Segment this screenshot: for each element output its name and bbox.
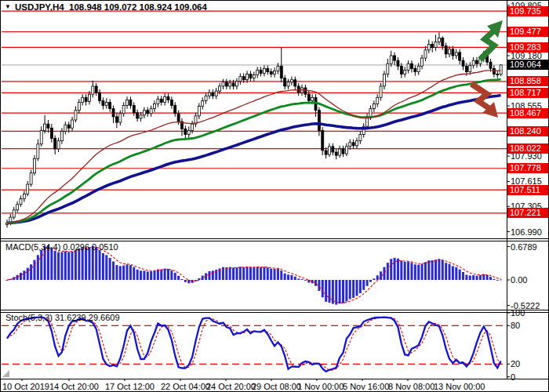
panel-separator[interactable] [1, 310, 549, 310]
macd-histogram-bar [274, 269, 276, 280]
candlestick [219, 86, 221, 91]
candlestick [92, 86, 94, 94]
macd-histogram-bar [417, 265, 420, 280]
candlestick [438, 38, 440, 42]
panel-separator[interactable] [1, 238, 549, 239]
macd-histogram-bar [427, 260, 430, 280]
candlestick [400, 66, 402, 74]
macd-histogram-bar [27, 268, 29, 280]
macd-histogram-bar [438, 259, 440, 280]
candlestick [267, 68, 269, 71]
time-tick-label: 1 Nov 00:00 [297, 382, 344, 391]
candlestick [205, 96, 207, 100]
macd-histogram-bar [462, 272, 464, 280]
macd-histogram-bar [369, 280, 372, 282]
macd-histogram-bar [260, 267, 262, 280]
macd-histogram-bar [390, 259, 392, 280]
candlestick [489, 62, 492, 68]
macd-histogram-bar [500, 280, 502, 281]
candlestick [349, 143, 351, 147]
candlestick [476, 60, 478, 64]
price-tick-label: 106.990 [511, 227, 542, 237]
candlestick [170, 100, 173, 105]
macd-histogram-bar [147, 271, 149, 280]
candlestick [427, 45, 430, 50]
candlestick [177, 114, 180, 122]
candlestick [222, 82, 224, 86]
candlestick [417, 66, 420, 71]
macd-histogram-bar [122, 266, 125, 280]
macd-histogram-bar [376, 275, 379, 280]
candlestick [335, 152, 337, 155]
candlestick [500, 65, 502, 74]
macd-histogram-bar [373, 278, 375, 280]
candlestick [307, 94, 310, 100]
candlestick [493, 68, 495, 74]
candlestick [496, 74, 499, 75]
macd-histogram-bar [452, 266, 454, 280]
macd-histogram-bar [64, 252, 67, 280]
macd-histogram-bar [349, 280, 351, 299]
candlestick [311, 97, 314, 100]
candlestick [294, 80, 296, 86]
macd-histogram-bar [249, 267, 252, 280]
macd-histogram-bar [229, 267, 231, 280]
candlestick [75, 111, 77, 120]
level-price-label: 109.735 [507, 6, 548, 16]
candlestick [122, 106, 125, 114]
up-trend-arrow-icon[interactable] [480, 29, 496, 60]
candlestick [355, 141, 358, 146]
candlestick [71, 120, 74, 128]
candlestick [184, 129, 187, 134]
time-tick-label: 22 Oct 04:00 [161, 382, 210, 391]
candlestick [260, 70, 262, 73]
macd-histogram-bar [150, 271, 152, 280]
macd-histogram-bar [362, 280, 365, 290]
candlestick [88, 94, 90, 101]
macd-histogram-bar [212, 270, 214, 280]
macd-histogram-bar [294, 277, 296, 280]
panel-separator [1, 379, 549, 379]
time-tick-label: 13 Nov 00:00 [434, 382, 485, 391]
time-tick-label: 10 Oct 2019 [2, 382, 49, 391]
macd-histogram-bar [242, 267, 245, 280]
candlestick [455, 53, 457, 56]
resize-grip-icon[interactable] [2, 370, 9, 377]
macd-histogram-bar [140, 270, 142, 280]
macd-histogram-bar [397, 259, 399, 280]
macd-histogram-bar [404, 262, 406, 280]
candlestick [249, 74, 252, 78]
down-trend-arrow-icon[interactable] [471, 84, 490, 109]
macd-histogram-bar [493, 279, 495, 280]
macd-histogram-bar [335, 280, 337, 305]
candlestick [133, 106, 135, 113]
candlestick [154, 103, 156, 108]
stoch-tick-label: 20 [511, 359, 520, 368]
macd-histogram-bar [157, 270, 159, 280]
macd-tick-label: 0.6789 [511, 242, 537, 252]
candlestick [472, 60, 474, 65]
macd-histogram-bar [280, 270, 282, 280]
candlestick [225, 82, 227, 86]
candlestick [102, 100, 104, 105]
macd-histogram-bar [202, 276, 204, 280]
candlestick [297, 86, 300, 93]
candlestick [414, 68, 416, 71]
candlestick [274, 71, 276, 74]
ma-slow-line[interactable] [7, 96, 501, 223]
macd-label: MACD(5,34,4) 0.0296 0.0510 [5, 242, 118, 252]
candlestick [119, 114, 122, 122]
macd-histogram-bar [256, 267, 259, 280]
candlestick [109, 102, 111, 108]
macd-histogram-bar [115, 265, 118, 280]
stoch-tick-label: 0 [511, 372, 515, 382]
candlestick [208, 93, 210, 96]
time-tick-label: 17 Oct 12:00 [105, 382, 155, 391]
macd-histogram-bar [301, 279, 304, 280]
candlestick [20, 199, 22, 205]
macd-histogram-bar [143, 270, 145, 280]
macd-histogram-bar [434, 260, 437, 280]
macd-histogram-bar [277, 268, 279, 280]
candlestick [57, 141, 60, 149]
macd-histogram-bar [486, 275, 489, 280]
